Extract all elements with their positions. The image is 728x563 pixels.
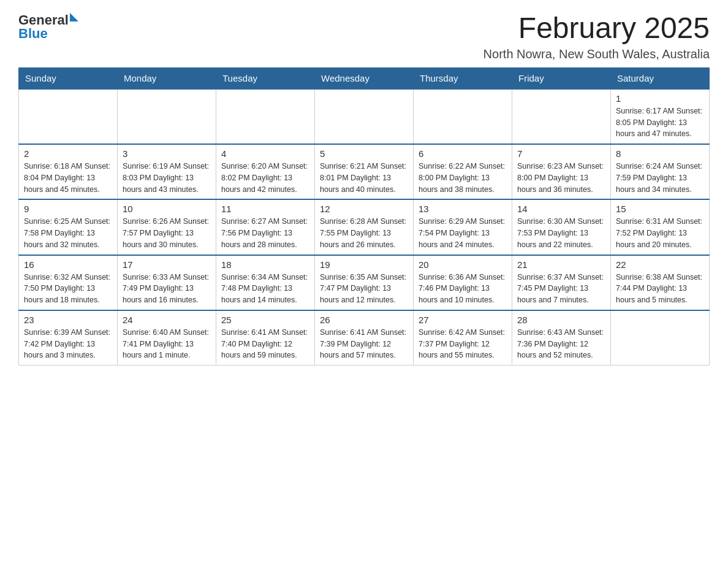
day-number: 17 (123, 259, 211, 270)
day-number: 6 (419, 148, 507, 159)
page-header: General Blue February 2025 North Nowra, … (18, 12, 710, 61)
day-number: 19 (320, 259, 408, 270)
logo: General Blue (18, 12, 78, 42)
day-number: 14 (517, 204, 605, 214)
day-number: 4 (221, 148, 309, 159)
calendar-cell: 7Sunrise: 6:23 AM Sunset: 8:00 PM Daylig… (512, 144, 611, 199)
calendar-cell: 22Sunrise: 6:38 AM Sunset: 7:44 PM Dayli… (611, 255, 710, 310)
day-info: Sunrise: 6:42 AM Sunset: 7:37 PM Dayligh… (419, 327, 507, 361)
day-header-sunday: Sunday (19, 67, 118, 89)
calendar-cell: 9Sunrise: 6:25 AM Sunset: 7:58 PM Daylig… (19, 199, 118, 255)
main-title: February 2025 (483, 12, 710, 45)
calendar-cell: 24Sunrise: 6:40 AM Sunset: 7:41 PM Dayli… (118, 310, 216, 366)
day-info: Sunrise: 6:23 AM Sunset: 8:00 PM Dayligh… (517, 161, 605, 195)
day-info: Sunrise: 6:35 AM Sunset: 7:47 PM Dayligh… (320, 272, 408, 306)
calendar-cell (512, 89, 611, 144)
day-number: 2 (24, 148, 112, 159)
day-info: Sunrise: 6:39 AM Sunset: 7:42 PM Dayligh… (24, 327, 112, 361)
day-number: 20 (419, 259, 507, 270)
calendar-week-row: 2Sunrise: 6:18 AM Sunset: 8:04 PM Daylig… (19, 144, 710, 199)
calendar-cell: 20Sunrise: 6:36 AM Sunset: 7:46 PM Dayli… (414, 255, 512, 310)
calendar-week-row: 1Sunrise: 6:17 AM Sunset: 8:05 PM Daylig… (19, 89, 710, 144)
day-info: Sunrise: 6:43 AM Sunset: 7:36 PM Dayligh… (517, 327, 605, 361)
calendar-week-row: 23Sunrise: 6:39 AM Sunset: 7:42 PM Dayli… (19, 310, 710, 366)
day-number: 28 (517, 315, 605, 325)
day-number: 11 (221, 204, 309, 214)
logo-text-blue: Blue (18, 26, 78, 42)
calendar-cell (315, 89, 414, 144)
day-number: 8 (616, 148, 704, 159)
day-number: 23 (24, 315, 112, 325)
day-info: Sunrise: 6:41 AM Sunset: 7:39 PM Dayligh… (320, 327, 408, 361)
title-section: February 2025 North Nowra, New South Wal… (483, 12, 710, 61)
day-number: 21 (517, 259, 605, 270)
day-info: Sunrise: 6:24 AM Sunset: 7:59 PM Dayligh… (616, 161, 704, 195)
calendar-table: SundayMondayTuesdayWednesdayThursdayFrid… (18, 67, 710, 366)
calendar-cell: 11Sunrise: 6:27 AM Sunset: 7:56 PM Dayli… (216, 199, 315, 255)
day-number: 3 (123, 148, 211, 159)
calendar-cell: 3Sunrise: 6:19 AM Sunset: 8:03 PM Daylig… (118, 144, 216, 199)
calendar-cell: 18Sunrise: 6:34 AM Sunset: 7:48 PM Dayli… (216, 255, 315, 310)
day-number: 15 (616, 204, 704, 214)
calendar-cell: 5Sunrise: 6:21 AM Sunset: 8:01 PM Daylig… (315, 144, 414, 199)
day-info: Sunrise: 6:22 AM Sunset: 8:00 PM Dayligh… (419, 161, 507, 195)
day-header-saturday: Saturday (611, 67, 710, 89)
day-header-friday: Friday (512, 67, 611, 89)
day-info: Sunrise: 6:27 AM Sunset: 7:56 PM Dayligh… (221, 216, 309, 250)
calendar-cell: 14Sunrise: 6:30 AM Sunset: 7:53 PM Dayli… (512, 199, 611, 255)
calendar-cell (414, 89, 512, 144)
day-info: Sunrise: 6:41 AM Sunset: 7:40 PM Dayligh… (221, 327, 309, 361)
day-number: 13 (419, 204, 507, 214)
day-number: 10 (123, 204, 211, 214)
calendar-cell (118, 89, 216, 144)
day-info: Sunrise: 6:17 AM Sunset: 8:05 PM Dayligh… (616, 105, 704, 140)
day-info: Sunrise: 6:30 AM Sunset: 7:53 PM Dayligh… (517, 216, 605, 250)
day-info: Sunrise: 6:36 AM Sunset: 7:46 PM Dayligh… (419, 272, 507, 306)
calendar-week-row: 9Sunrise: 6:25 AM Sunset: 7:58 PM Daylig… (19, 199, 710, 255)
calendar-cell: 17Sunrise: 6:33 AM Sunset: 7:49 PM Dayli… (118, 255, 216, 310)
calendar-cell: 26Sunrise: 6:41 AM Sunset: 7:39 PM Dayli… (315, 310, 414, 366)
calendar-cell: 13Sunrise: 6:29 AM Sunset: 7:54 PM Dayli… (414, 199, 512, 255)
day-info: Sunrise: 6:26 AM Sunset: 7:57 PM Dayligh… (123, 216, 211, 250)
calendar-cell: 6Sunrise: 6:22 AM Sunset: 8:00 PM Daylig… (414, 144, 512, 199)
day-header-tuesday: Tuesday (216, 67, 315, 89)
calendar-cell: 2Sunrise: 6:18 AM Sunset: 8:04 PM Daylig… (19, 144, 118, 199)
day-number: 22 (616, 259, 704, 270)
day-info: Sunrise: 6:38 AM Sunset: 7:44 PM Dayligh… (616, 272, 704, 306)
calendar-cell (611, 310, 710, 366)
day-number: 24 (123, 315, 211, 325)
day-number: 9 (24, 204, 112, 214)
calendar-cell (19, 89, 118, 144)
calendar-cell: 23Sunrise: 6:39 AM Sunset: 7:42 PM Dayli… (19, 310, 118, 366)
calendar-cell (216, 89, 315, 144)
day-header-thursday: Thursday (414, 67, 512, 89)
day-info: Sunrise: 6:21 AM Sunset: 8:01 PM Dayligh… (320, 161, 408, 195)
calendar-cell: 1Sunrise: 6:17 AM Sunset: 8:05 PM Daylig… (611, 89, 710, 144)
day-info: Sunrise: 6:20 AM Sunset: 8:02 PM Dayligh… (221, 161, 309, 195)
calendar-cell: 16Sunrise: 6:32 AM Sunset: 7:50 PM Dayli… (19, 255, 118, 310)
calendar-cell: 21Sunrise: 6:37 AM Sunset: 7:45 PM Dayli… (512, 255, 611, 310)
subtitle: North Nowra, New South Wales, Australia (483, 47, 710, 61)
day-info: Sunrise: 6:33 AM Sunset: 7:49 PM Dayligh… (123, 272, 211, 306)
day-number: 7 (517, 148, 605, 159)
calendar-week-row: 16Sunrise: 6:32 AM Sunset: 7:50 PM Dayli… (19, 255, 710, 310)
day-info: Sunrise: 6:34 AM Sunset: 7:48 PM Dayligh… (221, 272, 309, 306)
day-info: Sunrise: 6:29 AM Sunset: 7:54 PM Dayligh… (419, 216, 507, 250)
calendar-cell: 27Sunrise: 6:42 AM Sunset: 7:37 PM Dayli… (414, 310, 512, 366)
day-info: Sunrise: 6:31 AM Sunset: 7:52 PM Dayligh… (616, 216, 704, 250)
calendar-cell: 8Sunrise: 6:24 AM Sunset: 7:59 PM Daylig… (611, 144, 710, 199)
day-info: Sunrise: 6:19 AM Sunset: 8:03 PM Dayligh… (123, 161, 211, 195)
day-info: Sunrise: 6:28 AM Sunset: 7:55 PM Dayligh… (320, 216, 408, 250)
day-header-wednesday: Wednesday (315, 67, 414, 89)
day-header-monday: Monday (118, 67, 216, 89)
calendar-cell: 19Sunrise: 6:35 AM Sunset: 7:47 PM Dayli… (315, 255, 414, 310)
calendar-cell: 4Sunrise: 6:20 AM Sunset: 8:02 PM Daylig… (216, 144, 315, 199)
day-number: 12 (320, 204, 408, 214)
day-number: 27 (419, 315, 507, 325)
day-number: 16 (24, 259, 112, 270)
day-info: Sunrise: 6:40 AM Sunset: 7:41 PM Dayligh… (123, 327, 211, 361)
calendar-cell: 12Sunrise: 6:28 AM Sunset: 7:55 PM Dayli… (315, 199, 414, 255)
calendar-header-row: SundayMondayTuesdayWednesdayThursdayFrid… (19, 67, 710, 89)
calendar-cell: 10Sunrise: 6:26 AM Sunset: 7:57 PM Dayli… (118, 199, 216, 255)
day-number: 25 (221, 315, 309, 325)
